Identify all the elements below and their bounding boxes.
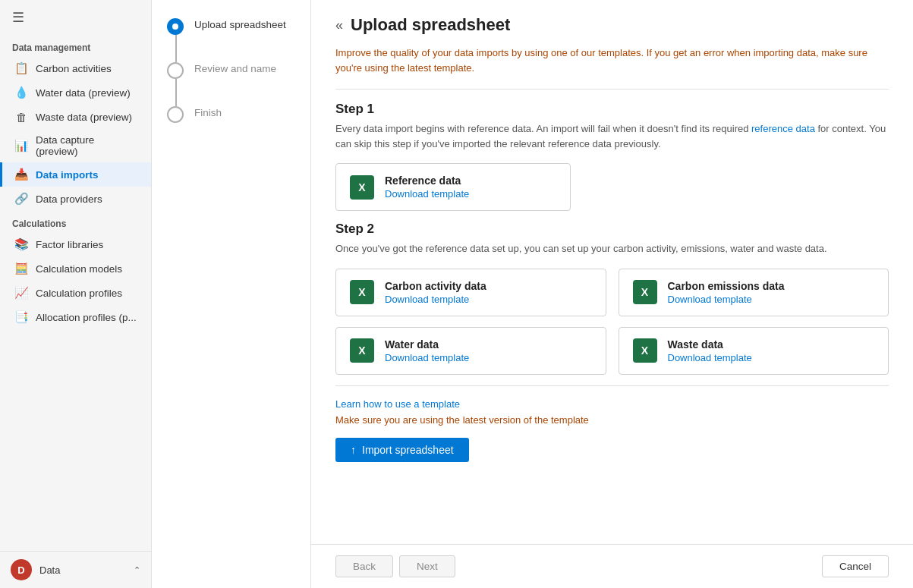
water-data-card[interactable]: X Water data Download template — [335, 327, 606, 375]
sidebar-item-label: Calculation models — [36, 263, 122, 275]
sidebar-item-label: Data capture (preview) — [36, 134, 139, 157]
step-upload[interactable]: Upload spreadsheet — [167, 18, 295, 35]
footer-bar: Back Next Cancel — [311, 544, 913, 588]
sidebar-item-label: Data providers — [36, 193, 102, 205]
data-capture-icon: 📊 — [14, 139, 28, 153]
hamburger-icon[interactable]: ☰ — [0, 0, 151, 35]
stepper-panel: Upload spreadsheet Review and name Finis… — [152, 0, 311, 588]
step-connector-2 — [175, 79, 177, 106]
carbon-activity-download-link[interactable]: Download template — [385, 294, 486, 305]
sidebar-item-water-data[interactable]: 💧 Water data (preview) — [0, 80, 151, 105]
content-body: « Upload spreadsheet Improve the quality… — [311, 0, 913, 544]
step-review-circle — [167, 62, 184, 79]
sidebar-item-factor-libraries[interactable]: 📚 Factor libraries — [0, 232, 151, 256]
sidebar: ☰ Data management 📋 Carbon activities 💧 … — [0, 0, 152, 588]
sidebar-item-carbon-activities[interactable]: 📋 Carbon activities — [0, 56, 151, 80]
sidebar-item-label: Carbon activities — [36, 63, 112, 74]
chevron-icon: ⌃ — [134, 565, 140, 575]
step1-section: Step 1 Every data import begins with ref… — [335, 102, 889, 211]
upload-icon: ↑ — [351, 444, 356, 456]
sidebar-item-label: Allocation profiles (p... — [36, 312, 137, 323]
main-content: « Upload spreadsheet Improve the quality… — [311, 0, 913, 588]
back-icon[interactable]: « — [335, 17, 343, 33]
carbon-emissions-card-title: Carbon emissions data — [668, 280, 785, 292]
sidebar-item-data-imports[interactable]: 📥 Data imports — [0, 162, 151, 187]
step-review-label: Review and name — [194, 62, 276, 74]
sidebar-item-data-capture[interactable]: 📊 Data capture (preview) — [0, 129, 151, 162]
reference-data-card-title: Reference data — [385, 175, 469, 187]
step-connector-1 — [175, 35, 177, 62]
waste-data-download-link[interactable]: Download template — [668, 352, 752, 363]
sidebar-item-waste-data[interactable]: 🗑 Waste data (preview) — [0, 105, 151, 129]
step2-top-cards-row: X Carbon activity data Download template… — [335, 269, 889, 316]
step-upload-circle — [167, 18, 184, 35]
waste-data-card-title: Waste data — [668, 338, 752, 351]
carbon-activity-card-title: Carbon activity data — [385, 280, 486, 292]
water-data-excel-icon: X — [350, 338, 374, 363]
reference-data-download-link[interactable]: Download template — [385, 188, 469, 200]
step1-description: Every data import begins with reference … — [335, 121, 889, 151]
sidebar-item-label: Waste data (preview) — [36, 112, 132, 123]
sidebar-item-calculation-models[interactable]: 🧮 Calculation models — [0, 256, 151, 281]
step-finish-circle — [167, 106, 184, 123]
calculation-models-icon: 🧮 — [14, 262, 28, 275]
sidebar-item-label: Calculation profiles — [36, 288, 122, 299]
water-data-card-info: Water data Download template — [385, 338, 469, 363]
avatar: D — [11, 559, 32, 580]
info-banner: Improve the quality of your data imports… — [335, 46, 889, 75]
carbon-emissions-card[interactable]: X Carbon emissions data Download templat… — [619, 269, 889, 316]
section-label-data-management: Data management — [0, 35, 151, 56]
waste-data-icon: 🗑 — [14, 110, 28, 124]
calculation-profiles-icon: 📈 — [14, 286, 28, 300]
section-divider — [335, 89, 889, 90]
step2-bottom-cards-row: X Water data Download template X Waste d… — [335, 327, 889, 375]
step2-heading: Step 2 — [335, 222, 889, 237]
waste-data-excel-icon: X — [633, 338, 657, 363]
import-spreadsheet-button[interactable]: ↑ Import spreadsheet — [335, 438, 469, 462]
step1-heading: Step 1 — [335, 102, 889, 117]
water-data-download-link[interactable]: Download template — [385, 352, 469, 363]
sidebar-item-label: Data imports — [36, 169, 99, 181]
water-data-card-title: Water data — [385, 338, 469, 351]
learn-link[interactable]: Learn how to use a template — [335, 398, 889, 410]
step-finish-label: Finish — [194, 106, 222, 118]
step-review[interactable]: Review and name — [167, 62, 295, 79]
reference-data-excel-icon: X — [350, 175, 374, 200]
reference-data-card[interactable]: X Reference data Download template — [335, 163, 571, 211]
sidebar-footer[interactable]: D Data ⌃ — [0, 551, 151, 588]
import-button-label: Import spreadsheet — [362, 444, 454, 456]
sidebar-item-label: Water data (preview) — [36, 87, 131, 99]
reference-data-card-info: Reference data Download template — [385, 175, 469, 200]
carbon-activity-excel-icon: X — [350, 280, 374, 304]
warning-text: Make sure you are using the latest versi… — [335, 414, 889, 426]
footer-name: Data — [39, 564, 126, 576]
step1-cards-row: X Reference data Download template — [335, 163, 889, 211]
waste-data-card-info: Waste data Download template — [668, 338, 752, 363]
carbon-emissions-download-link[interactable]: Download template — [668, 294, 785, 305]
waste-data-card[interactable]: X Waste data Download template — [619, 327, 889, 375]
carbon-activity-card[interactable]: X Carbon activity data Download template — [335, 269, 606, 316]
step-finish[interactable]: Finish — [167, 106, 295, 123]
reference-data-link[interactable]: reference data — [751, 123, 815, 134]
sidebar-item-label: Factor libraries — [36, 239, 103, 250]
page-header: « Upload spreadsheet — [335, 15, 889, 35]
step-upload-label: Upload spreadsheet — [194, 18, 286, 30]
sidebar-item-calculation-profiles[interactable]: 📈 Calculation profiles — [0, 281, 151, 305]
water-data-icon: 💧 — [14, 86, 28, 99]
next-button[interactable]: Next — [399, 555, 455, 577]
step2-section: Step 2 Once you've got the reference dat… — [335, 222, 889, 375]
step2-description: Once you've got the reference data set u… — [335, 241, 889, 256]
section-label-calculations: Calculations — [0, 211, 151, 232]
bottom-divider — [335, 385, 889, 386]
cancel-button[interactable]: Cancel — [822, 555, 889, 577]
carbon-activity-card-info: Carbon activity data Download template — [385, 280, 486, 305]
carbon-activities-icon: 📋 — [14, 61, 28, 75]
data-providers-icon: 🔗 — [14, 192, 28, 206]
page-title: Upload spreadsheet — [351, 15, 510, 35]
data-imports-icon: 📥 — [14, 168, 28, 181]
sidebar-item-data-providers[interactable]: 🔗 Data providers — [0, 187, 151, 211]
carbon-emissions-excel-icon: X — [633, 280, 657, 304]
back-button[interactable]: Back — [335, 555, 393, 577]
sidebar-item-allocation-profiles[interactable]: 📑 Allocation profiles (p... — [0, 305, 151, 329]
allocation-profiles-icon: 📑 — [14, 310, 28, 324]
